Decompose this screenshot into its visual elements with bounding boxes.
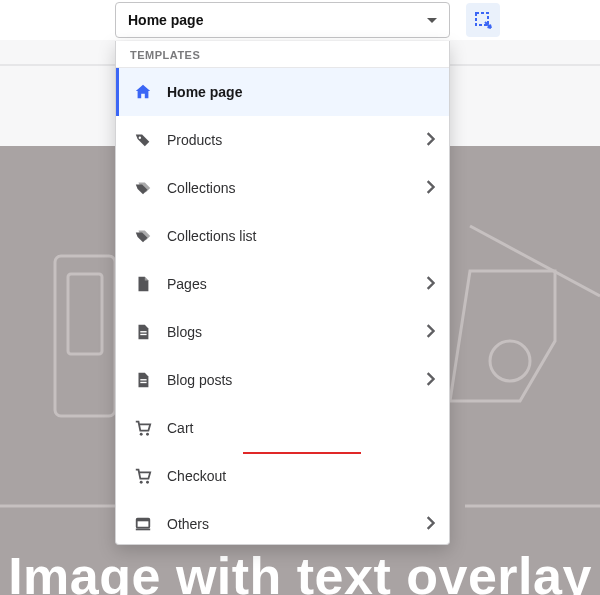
dropdown-item-home-page[interactable]: Home page [116, 68, 449, 116]
dropdown-item-label: Cart [167, 420, 435, 436]
dropdown-item-pages[interactable]: Pages [116, 260, 449, 308]
template-select-label: Home page [128, 12, 203, 28]
svg-point-11 [140, 481, 143, 484]
topbar: Home page [0, 0, 600, 40]
dropdown-item-cart[interactable]: Cart [116, 404, 449, 452]
dropdown-item-label: Checkout [167, 468, 435, 484]
blog-post-icon [133, 370, 153, 390]
page-icon [133, 274, 153, 294]
dropdown-item-label: Blog posts [167, 372, 425, 388]
dropdown-item-collections-list[interactable]: Collections list [116, 212, 449, 260]
collections-icon [133, 178, 153, 198]
dropdown-item-label: Collections list [167, 228, 435, 244]
checkout-icon [133, 466, 153, 486]
chevron-right-icon [425, 276, 435, 293]
dropdown-item-label: Blogs [167, 324, 425, 340]
section-picker-button[interactable] [466, 3, 500, 37]
template-dropdown: TEMPLATES Home pageProductsCollectionsCo… [115, 41, 450, 545]
svg-point-10 [146, 433, 149, 436]
collections-list-icon [133, 226, 153, 246]
dropdown-item-blog-posts[interactable]: Blog posts [116, 356, 449, 404]
svg-rect-7 [140, 379, 146, 380]
dropdown-item-checkout[interactable]: Checkout [116, 452, 449, 500]
dropdown-list[interactable]: Home pageProductsCollectionsCollections … [116, 68, 449, 543]
dropdown-item-blogs[interactable]: Blogs [116, 308, 449, 356]
chevron-right-icon [425, 180, 435, 197]
chevron-right-icon [425, 324, 435, 341]
svg-rect-14 [137, 519, 150, 522]
section-picker-icon [473, 10, 493, 30]
chevron-right-icon [425, 372, 435, 389]
caret-down-icon [427, 18, 437, 23]
dropdown-item-label: Home page [167, 84, 435, 100]
svg-rect-1 [68, 274, 102, 354]
svg-rect-15 [136, 529, 150, 531]
template-select[interactable]: Home page [115, 2, 450, 38]
chevron-right-icon [425, 132, 435, 149]
dropdown-item-collections[interactable]: Collections [116, 164, 449, 212]
hero-title: Image with text overlay [0, 546, 600, 595]
chevron-right-icon [425, 516, 435, 533]
svg-point-12 [146, 481, 149, 484]
hero-text-block: Image with text overlay Use overlay text… [0, 546, 600, 595]
dropdown-item-label: Collections [167, 180, 425, 196]
svg-rect-0 [55, 256, 115, 416]
svg-point-2 [490, 341, 530, 381]
dropdown-item-others[interactable]: Others [116, 500, 449, 543]
svg-point-9 [140, 433, 143, 436]
dropdown-header: TEMPLATES [116, 41, 449, 68]
dropdown-item-products[interactable]: Products [116, 116, 449, 164]
others-icon [133, 514, 153, 534]
cart-icon [133, 418, 153, 438]
dropdown-item-label: Products [167, 132, 425, 148]
tag-icon [133, 130, 153, 150]
svg-point-4 [139, 137, 141, 139]
svg-rect-6 [140, 334, 146, 335]
dropdown-item-label: Others [167, 516, 425, 532]
home-icon [133, 82, 153, 102]
blog-icon [133, 322, 153, 342]
svg-rect-5 [140, 331, 146, 332]
dropdown-item-label: Pages [167, 276, 425, 292]
svg-rect-8 [140, 382, 146, 383]
